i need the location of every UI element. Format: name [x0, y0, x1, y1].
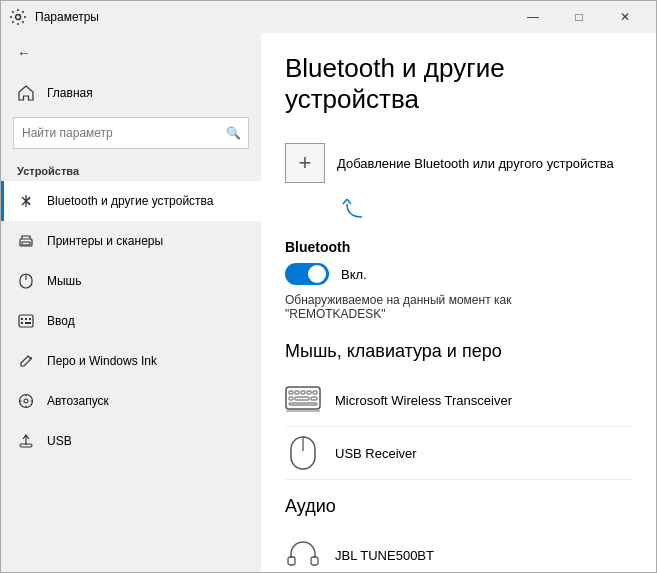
svg-rect-10: [25, 322, 29, 324]
svg-point-12: [30, 357, 32, 359]
home-icon: [17, 84, 35, 102]
main-content: Bluetooth и другие устройства + Добавлен…: [261, 33, 656, 572]
usb-label: USB: [47, 434, 72, 448]
add-device-button[interactable]: + Добавление Bluetooth или другого устро…: [285, 135, 614, 191]
window-body: ← Главная 🔍 Устройства: [1, 33, 656, 572]
svg-rect-29: [288, 557, 295, 565]
sidebar-item-input[interactable]: Ввод: [1, 301, 261, 341]
search-icon: 🔍: [226, 126, 241, 140]
toggle-label: Вкл.: [341, 267, 367, 282]
svg-rect-22: [289, 397, 293, 400]
mouse-device-icon: [285, 435, 321, 471]
close-button[interactable]: ✕: [602, 1, 648, 33]
keyboard-device-icon: [285, 382, 321, 418]
mouse-label: Мышь: [47, 274, 82, 288]
discovered-text: Обнаруживаемое на данный момент как"REMO…: [285, 293, 632, 321]
svg-rect-23: [295, 397, 309, 400]
window-controls: — □ ✕: [510, 1, 648, 33]
mouse-icon: [17, 272, 35, 290]
device-usb-receiver: USB Receiver: [285, 427, 632, 480]
sidebar-item-usb[interactable]: USB: [1, 421, 261, 461]
sidebar-item-mouse[interactable]: Мышь: [1, 261, 261, 301]
sidebar-item-home[interactable]: Главная: [1, 73, 261, 113]
arrow-indicator: [337, 199, 632, 227]
svg-rect-25: [289, 403, 317, 405]
svg-rect-2: [22, 242, 30, 245]
printer-icon: [17, 232, 35, 250]
svg-rect-24: [311, 397, 317, 400]
settings-icon: [9, 8, 27, 26]
back-icon: ←: [17, 45, 31, 61]
maximize-button[interactable]: □: [556, 1, 602, 33]
svg-rect-8: [29, 318, 31, 320]
svg-rect-17: [289, 391, 293, 394]
svg-rect-21: [313, 391, 317, 394]
headphone-device-icon: [285, 537, 321, 572]
svg-rect-6: [21, 318, 23, 320]
printers-label: Принтеры и сканеры: [47, 234, 163, 248]
svg-rect-7: [25, 318, 27, 320]
svg-rect-5: [19, 315, 33, 327]
search-box: 🔍: [13, 117, 249, 149]
svg-rect-30: [311, 557, 318, 565]
add-icon: +: [285, 143, 325, 183]
sidebar: ← Главная 🔍 Устройства: [1, 33, 261, 572]
audio-section-title: Аудио: [285, 496, 632, 517]
jbl-name: JBL TUNE500BT: [335, 548, 434, 563]
svg-point-0: [16, 15, 21, 20]
search-input[interactable]: [13, 117, 249, 149]
sidebar-item-printers[interactable]: Принтеры и сканеры: [1, 221, 261, 261]
bluetooth-section-title: Bluetooth: [285, 239, 632, 255]
minimize-button[interactable]: —: [510, 1, 556, 33]
bluetooth-toggle[interactable]: [285, 263, 329, 285]
section-label: Устройства: [1, 161, 261, 181]
svg-rect-19: [301, 391, 305, 394]
usb-receiver-name: USB Receiver: [335, 446, 417, 461]
sidebar-item-pen[interactable]: Перо и Windows Ink: [1, 341, 261, 381]
toggle-thumb: [308, 265, 326, 283]
page-title: Bluetooth и другие устройства: [285, 53, 632, 115]
window-title: Параметры: [35, 10, 510, 24]
title-bar: Параметры — □ ✕: [1, 1, 656, 33]
app-window: Параметры — □ ✕ ← Главная 🔍: [0, 0, 657, 573]
sidebar-item-bluetooth[interactable]: Bluetooth и другие устройства: [1, 181, 261, 221]
device-jbl: JBL TUNE500BT: [285, 529, 632, 572]
svg-rect-18: [295, 391, 299, 394]
input-label: Ввод: [47, 314, 75, 328]
back-button[interactable]: ←: [1, 33, 261, 73]
svg-rect-16: [286, 387, 320, 409]
device-wireless-transceiver: Microsoft Wireless Transceiver: [285, 374, 632, 427]
pen-label: Перо и Windows Ink: [47, 354, 157, 368]
bluetooth-icon: [17, 192, 35, 210]
keyboard-section-title: Мышь, клавиатура и перо: [285, 341, 632, 362]
svg-rect-15: [20, 444, 32, 447]
home-label: Главная: [47, 86, 93, 100]
sidebar-item-autorun[interactable]: Автозапуск: [1, 381, 261, 421]
svg-rect-11: [29, 322, 31, 324]
svg-point-14: [24, 399, 28, 403]
svg-rect-9: [21, 322, 23, 324]
input-icon: [17, 312, 35, 330]
usb-icon: [17, 432, 35, 450]
autorun-icon: [17, 392, 35, 410]
autorun-label: Автозапуск: [47, 394, 109, 408]
bluetooth-toggle-row: Вкл.: [285, 263, 632, 285]
svg-rect-20: [307, 391, 311, 394]
add-device-label: Добавление Bluetooth или другого устройс…: [337, 156, 614, 171]
wireless-transceiver-name: Microsoft Wireless Transceiver: [335, 393, 512, 408]
bluetooth-label: Bluetooth и другие устройства: [47, 194, 214, 208]
pen-icon: [17, 352, 35, 370]
